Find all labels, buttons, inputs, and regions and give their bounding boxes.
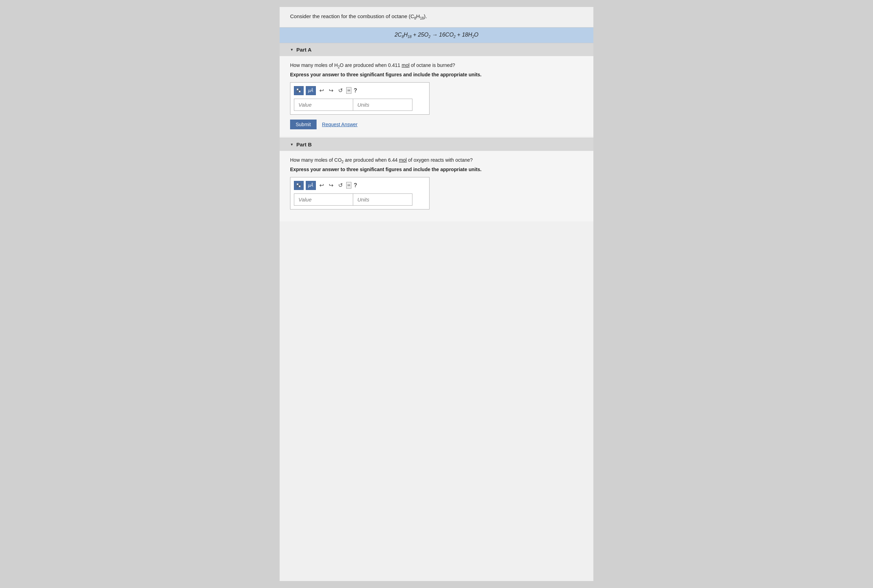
- collapse-icon-b[interactable]: ▼: [290, 142, 294, 146]
- problem-header: Consider the reaction for the combustion…: [280, 7, 593, 27]
- help-button-b[interactable]: ?: [354, 182, 357, 189]
- part-b-answer-box: μÅ ↩ ↪ ↺ ⌨ ?: [290, 177, 429, 210]
- part-b-section: ▼ Part B How many moles of CO2 are produ…: [280, 138, 593, 221]
- mu-button-b[interactable]: μÅ: [306, 181, 316, 190]
- part-a-content: How many moles of H2O are produced when …: [280, 56, 593, 136]
- part-a-action-row: Submit Request Answer: [290, 120, 583, 129]
- part-a-submit-button[interactable]: Submit: [290, 120, 316, 129]
- problem-intro: Consider the reaction for the combustion…: [290, 13, 583, 20]
- part-a-request-answer-button[interactable]: Request Answer: [322, 122, 358, 127]
- mu-button-a[interactable]: μÅ: [306, 86, 316, 95]
- undo-button-a[interactable]: ↩: [318, 87, 325, 94]
- keyboard-button-b[interactable]: ⌨: [346, 182, 352, 189]
- part-b-header: ▼ Part B: [280, 138, 593, 151]
- refresh-button-a[interactable]: ↺: [337, 87, 344, 94]
- keyboard-button-a[interactable]: ⌨: [346, 87, 352, 94]
- part-a-label: Part A: [296, 47, 312, 52]
- part-b-toolbar: μÅ ↩ ↪ ↺ ⌨ ?: [294, 181, 426, 190]
- part-a-header: ▼ Part A: [280, 43, 593, 56]
- redo-button-a[interactable]: ↪: [327, 87, 335, 94]
- help-button-a[interactable]: ?: [354, 87, 357, 94]
- part-b-input-row: [294, 194, 426, 206]
- part-b-instruction: Express your answer to three significant…: [290, 166, 583, 172]
- part-a-question: How many moles of H2O are produced when …: [290, 62, 583, 69]
- part-a-answer-box: μÅ ↩ ↪ ↺ ⌨ ?: [290, 82, 429, 115]
- part-b-content: How many moles of CO2 are produced when …: [280, 151, 593, 221]
- part-b-units-input[interactable]: [353, 194, 412, 206]
- redo-button-b[interactable]: ↪: [327, 181, 335, 189]
- part-a-value-input[interactable]: [294, 99, 353, 111]
- page-container: Consider the reaction for the combustion…: [280, 7, 593, 581]
- collapse-icon-a[interactable]: ▼: [290, 48, 294, 52]
- refresh-button-b[interactable]: ↺: [337, 181, 344, 189]
- part-a-instruction: Express your answer to three significant…: [290, 72, 583, 77]
- part-a-toolbar: μÅ ↩ ↪ ↺ ⌨ ?: [294, 86, 426, 95]
- format-matrix-button-a[interactable]: [294, 86, 304, 95]
- part-b-value-input[interactable]: [294, 194, 353, 206]
- undo-button-b[interactable]: ↩: [318, 181, 325, 189]
- part-a-section: ▼ Part A How many moles of H2O are produ…: [280, 43, 593, 136]
- part-b-label: Part B: [296, 141, 312, 147]
- equation-row: 2C8H18 + 25O2 → 16CO2 + 18H2O: [280, 27, 593, 43]
- part-b-question: How many moles of CO2 are produced when …: [290, 157, 583, 164]
- part-a-input-row: [294, 99, 426, 111]
- chemical-equation: 2C8H18 + 25O2 → 16CO2 + 18H2O: [394, 32, 478, 38]
- format-matrix-button-b[interactable]: [294, 181, 304, 190]
- part-a-units-input[interactable]: [353, 99, 412, 111]
